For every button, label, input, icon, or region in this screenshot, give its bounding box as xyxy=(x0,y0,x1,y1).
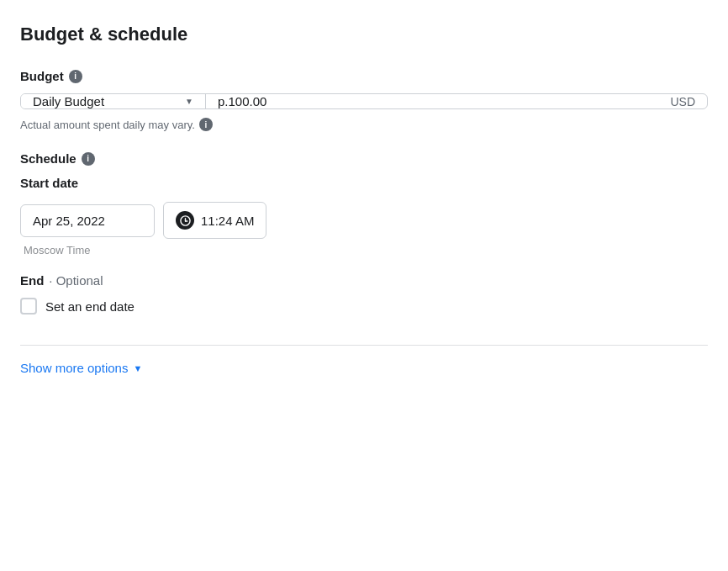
start-date-label: Start date xyxy=(20,176,708,190)
budget-amount-field: USD xyxy=(206,94,707,108)
end-date-checkbox-label: Set an end date xyxy=(45,299,135,314)
budget-currency: USD xyxy=(670,95,695,108)
timezone-label: Moscow Time xyxy=(24,244,708,256)
start-date-input[interactable]: Apr 25, 2022 xyxy=(20,204,155,237)
end-optional-label: · Optional xyxy=(49,273,103,288)
schedule-info-icon[interactable]: i xyxy=(82,152,95,166)
budget-info-icon[interactable]: i xyxy=(69,70,82,83)
date-time-row: Apr 25, 2022 11:24 AM xyxy=(20,202,708,239)
show-more-arrow-icon: ▼ xyxy=(133,363,142,373)
budget-amount-input[interactable] xyxy=(218,94,663,108)
page-title: Budget & schedule xyxy=(20,24,708,45)
section-divider xyxy=(20,345,708,346)
show-more-label: Show more options xyxy=(20,361,128,375)
end-section: End · Optional Set an end date xyxy=(20,273,708,315)
clock-icon xyxy=(176,211,194,230)
show-more-options-button[interactable]: Show more options ▼ xyxy=(20,361,142,375)
start-time-input[interactable]: 11:24 AM xyxy=(163,202,266,239)
budget-section: Budget i Daily Budget ▼ USD Actual amoun… xyxy=(20,69,708,131)
budget-row: Daily Budget ▼ USD xyxy=(20,93,708,109)
budget-type-value: Daily Budget xyxy=(33,94,104,108)
budget-type-dropdown-arrow: ▼ xyxy=(185,97,193,106)
end-date-checkbox[interactable] xyxy=(20,298,37,315)
budget-hint-info-icon[interactable]: i xyxy=(199,118,213,131)
end-label: End xyxy=(20,273,44,288)
schedule-section: Schedule i Start date Apr 25, 2022 11:24… xyxy=(20,151,708,315)
start-date-section: Start date Apr 25, 2022 11:24 AM Moscow … xyxy=(20,176,708,256)
end-checkbox-row: Set an end date xyxy=(20,298,708,315)
schedule-label: Schedule xyxy=(20,151,76,166)
budget-type-select[interactable]: Daily Budget ▼ xyxy=(21,94,206,108)
budget-hint: Actual amount spent daily may vary. i xyxy=(20,118,708,131)
budget-label: Budget xyxy=(20,69,64,83)
